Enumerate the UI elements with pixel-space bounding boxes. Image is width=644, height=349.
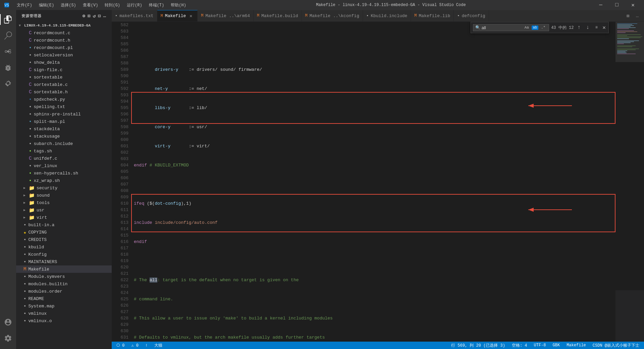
list-item[interactable]: ★COPYING (16, 229, 112, 236)
refresh-icon[interactable]: ↺ (93, 13, 96, 19)
tab-makefiles-txt[interactable]: ▪ makefiles.txt (112, 10, 157, 21)
list-item[interactable]: ▪subarch.include (16, 140, 112, 147)
list-item[interactable]: ▪xz_wrap.sh (16, 177, 112, 184)
activity-scm[interactable] (0, 44, 16, 60)
list-item[interactable]: ▪Module.symvers (16, 273, 112, 280)
tab-makefile[interactable]: M Makefile ✕ (157, 10, 198, 21)
tab-close-button[interactable]: ✕ (188, 13, 194, 19)
list-item[interactable]: ▪built-in.a (16, 221, 112, 229)
new-folder-icon[interactable]: ⊞ (88, 13, 91, 19)
find-next-button[interactable]: ↓ (584, 24, 591, 31)
cursor-position[interactable]: 行 569, 列 20 (已选择 3) (450, 343, 506, 348)
list-item[interactable]: ▪MAINTAINERS (16, 258, 112, 265)
sync-status[interactable]: ↕ (144, 343, 149, 348)
tree-folder-virt[interactable]: ▶ 📁 virt (16, 214, 112, 221)
list-item[interactable]: ▪vmlinux (16, 310, 112, 317)
maximize-button[interactable]: □ (609, 0, 625, 10)
minimize-button[interactable]: — (593, 0, 608, 10)
activity-accounts[interactable] (0, 314, 16, 330)
feedback-status[interactable]: CSDN @嵌入式小猴子下士 (591, 343, 641, 348)
find-close-button[interactable]: ✕ (602, 23, 606, 32)
file-tree[interactable]: ▼ LINUX-4.19-4.19.115-EMBEDED-GA Crecord… (16, 22, 112, 349)
code-editor[interactable]: 🔍 Aa ab .* 43 中的 12 ↑ ↓ ≡ ✕ 582 (112, 22, 615, 342)
menu-run[interactable]: 运行(R) (124, 2, 145, 9)
list-item[interactable]: ▪tags.sh (16, 147, 112, 155)
list-item[interactable]: ▪spdxcheck.py (16, 96, 112, 103)
list-item[interactable]: ▪kbuild (16, 243, 112, 251)
list-item[interactable]: ▪recordmcount.pl (16, 44, 112, 51)
list-item[interactable]: ▪ver_linux (16, 162, 112, 169)
find-select-all-button[interactable]: ≡ (593, 24, 600, 31)
list-item[interactable]: ▪sortextable (16, 73, 112, 81)
list-item[interactable]: Crecordmcount.c (16, 29, 112, 37)
split-editor-button[interactable]: ⊞ (624, 12, 632, 20)
more-icon[interactable]: … (103, 13, 106, 19)
errors-status[interactable]: ⚠ 0 (130, 343, 140, 348)
activity-search[interactable] (0, 28, 16, 44)
list-item[interactable]: ▪setlocalversion (16, 51, 112, 59)
list-item[interactable]: ▪modules.builtin (16, 280, 112, 288)
tab-makefile-lib[interactable]: M Makefile.lib (411, 10, 454, 21)
list-item[interactable]: ▪Kconfig (16, 251, 112, 258)
tab-makefile-arm64[interactable]: M Makefile ..\arm64 (198, 10, 254, 21)
activity-settings[interactable] (0, 330, 16, 346)
list-item[interactable]: Csortextable.h (16, 88, 112, 96)
find-prev-button[interactable]: ↑ (576, 24, 582, 31)
list-item[interactable]: ▪show_delta (16, 59, 112, 66)
search-input[interactable] (482, 25, 522, 30)
encoding-status[interactable]: UTF-8 (533, 343, 547, 348)
git-branch-status[interactable]: ⎔ 0 (115, 343, 126, 348)
list-item[interactable]: ▪stackdelta (16, 125, 112, 133)
tree-root[interactable]: ▼ LINUX-4.19-4.19.115-EMBEDED-GA (16, 22, 112, 29)
regex-button[interactable]: .* (540, 25, 547, 30)
list-item[interactable]: ▪split-man.pl (16, 118, 112, 125)
list-item-makefile[interactable]: MMakefile (16, 265, 112, 273)
list-item[interactable]: Csortextable.c (16, 81, 112, 88)
menu-help[interactable]: 帮助(H) (168, 2, 189, 9)
code-lines[interactable]: drivers-y := drivers/ sound/ firmware/ n… (131, 22, 615, 342)
collapse-icon[interactable]: ⊟ (98, 13, 101, 19)
menu-edit[interactable]: 编辑(E) (36, 2, 57, 9)
menu-view[interactable]: 查看(V) (80, 2, 101, 9)
new-file-icon[interactable]: ⊕ (83, 13, 86, 19)
list-item[interactable]: Csign-file.c (16, 66, 112, 73)
encoding-gbk[interactable]: GBK (551, 343, 561, 348)
code-line: ifeq ($(dot-config),1) (134, 200, 613, 207)
list-item[interactable]: ▪stackusage (16, 133, 112, 140)
tab-makefile-build[interactable]: M Makefile.build (254, 10, 302, 21)
whole-word-button[interactable]: ab (532, 26, 538, 30)
menu-file[interactable]: 文件(F) (14, 2, 35, 9)
tab-defconfig[interactable]: ▪ defconfig (454, 10, 489, 21)
tree-folder-security[interactable]: ▶ 📁 security (16, 184, 112, 192)
list-item[interactable]: Crecordmcount.h (16, 37, 112, 44)
list-item[interactable]: ▪xen-hypercalls.sh (16, 169, 112, 177)
tab-makefile-kconfig[interactable]: M Makefile ..\kconfig (302, 10, 363, 21)
indent-status[interactable]: 空格: 4 (511, 343, 529, 348)
more-tabs-button[interactable]: … (633, 12, 641, 20)
list-item[interactable]: ▪vmlinux.o (16, 317, 112, 325)
language-mode[interactable]: Makefile (565, 343, 587, 348)
list-item[interactable]: Cunifdef.c (16, 155, 112, 162)
list-item[interactable]: ▪CREDITS (16, 236, 112, 243)
activity-explorer[interactable] (0, 11, 16, 28)
minimap[interactable] (615, 22, 644, 342)
tree-folder-usr[interactable]: ▶ 📁 usr (16, 206, 112, 214)
branch-name[interactable]: 大猫 (153, 343, 164, 348)
list-item[interactable]: ▪spelling.txt (16, 103, 112, 110)
menu-terminal[interactable]: 终端(T) (146, 2, 167, 9)
menu-select[interactable]: 选择(S) (58, 2, 79, 9)
list-item[interactable]: ▪README (16, 295, 112, 302)
tree-folder-tools[interactable]: ▶ 📁 tools (16, 199, 112, 206)
tab-kbuild-include[interactable]: ▪ Kbuild.include (363, 10, 411, 21)
list-item[interactable]: ▪System.map (16, 302, 112, 310)
find-input-wrap[interactable]: 🔍 Aa ab .* (473, 24, 549, 31)
menu-goto[interactable]: 转到(G) (102, 2, 123, 9)
list-item[interactable]: ▪sphinx-pre-install (16, 110, 112, 118)
match-case-button[interactable]: Aa (523, 25, 530, 30)
activity-extensions[interactable] (0, 76, 16, 92)
tree-folder-sound[interactable]: ▶ 📁 sound (16, 192, 112, 199)
list-item[interactable]: ▪modules.order (16, 288, 112, 295)
activity-debug[interactable] (0, 60, 16, 76)
close-button[interactable]: ✕ (625, 0, 641, 10)
code-content[interactable]: 582 583 584 585 586 587 588 589 590 591 … (112, 22, 615, 342)
